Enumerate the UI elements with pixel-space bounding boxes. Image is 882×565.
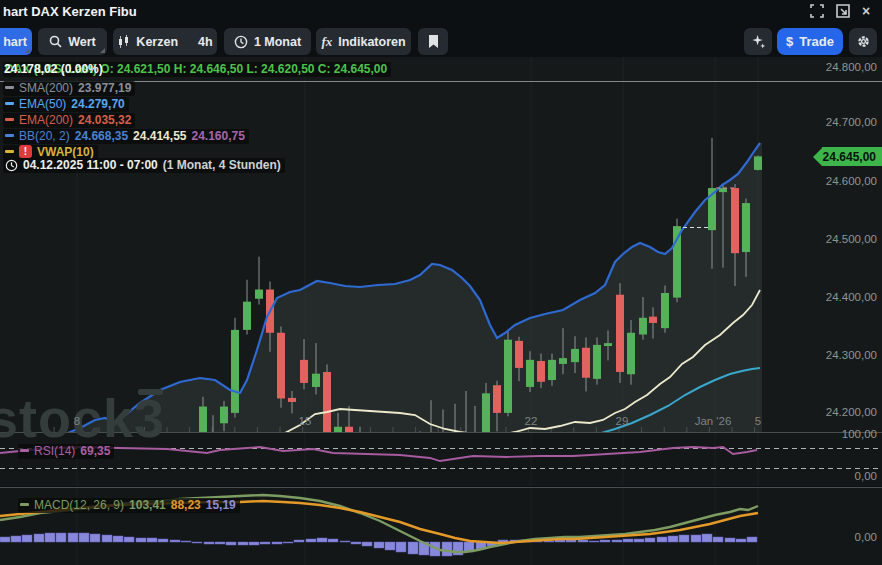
candle-down[interactable] xyxy=(649,317,657,323)
candle-down[interactable] xyxy=(731,188,739,253)
candle-up[interactable] xyxy=(243,302,251,330)
time-axis-label: 8 xyxy=(74,415,80,427)
indicator-row-bb[interactable]: BB(20, 2) 24.668,35 24.414,55 24.160,75 xyxy=(3,126,563,139)
candle-up[interactable] xyxy=(639,318,647,335)
price-axis-label: 24.400,00 xyxy=(826,291,877,303)
ema50-swatch xyxy=(5,102,14,105)
candle-up[interactable] xyxy=(593,345,601,379)
candle-down[interactable] xyxy=(493,385,501,413)
settings-button[interactable] xyxy=(849,28,877,55)
last-price-value: 24.645,00 xyxy=(822,147,882,166)
interval-button[interactable]: 4h xyxy=(188,28,223,55)
candle-down[interactable] xyxy=(616,295,624,372)
trade-button[interactable]: $ Trade xyxy=(777,28,843,55)
rsi-label: RSI(14) xyxy=(34,444,75,458)
indicator-row-ema50[interactable]: EMA(50) 24.279,70 xyxy=(3,94,563,107)
macd-histogram-bar xyxy=(158,539,168,542)
macd-histogram-bar xyxy=(22,535,32,542)
range-label: 1 Monat xyxy=(254,35,301,49)
symbol-search-button[interactable]: Wert xyxy=(38,28,107,55)
candle-up[interactable] xyxy=(754,156,762,170)
macd-histogram-bar xyxy=(600,540,610,542)
chart-type-interval-group: Kerzen 4h xyxy=(113,28,217,55)
candle-up[interactable] xyxy=(627,333,635,375)
rsi-legend-row[interactable]: RSI(14) 69,35 xyxy=(18,441,114,459)
indicators-button[interactable]: fx Indikatoren xyxy=(316,28,411,55)
macd-histogram-bar xyxy=(645,538,655,542)
candle-down[interactable] xyxy=(582,348,590,378)
candle-up[interactable] xyxy=(604,343,612,346)
candle-up[interactable] xyxy=(231,330,239,413)
fx-icon: fx xyxy=(321,34,332,50)
warning-icon[interactable]: ! xyxy=(19,145,32,158)
macd-histogram-bar xyxy=(340,541,350,542)
time-axis-label: 5 xyxy=(755,415,761,427)
candle-up[interactable] xyxy=(199,407,207,432)
range-button[interactable]: 1 Monat xyxy=(224,28,311,55)
candle-up[interactable] xyxy=(742,203,750,252)
fullscreen-icon[interactable] xyxy=(810,4,824,18)
macd-histogram-bar xyxy=(260,542,270,544)
macd-histogram-bar xyxy=(351,542,361,544)
macd-histogram-bar xyxy=(668,536,678,542)
candle-down[interactable] xyxy=(300,360,308,383)
macd-histogram-bar xyxy=(181,541,191,542)
macd-histogram-bar xyxy=(215,542,225,544)
macd-histogram-bar xyxy=(702,534,712,542)
macd-swatch xyxy=(20,503,29,506)
macd-histogram-bar xyxy=(192,542,202,543)
chart-type-button[interactable]: Kerzen xyxy=(107,28,188,55)
candle-up[interactable] xyxy=(559,358,567,364)
candle-down[interactable] xyxy=(537,361,545,382)
macd-histogram-bar xyxy=(0,537,10,542)
macd-legend-row[interactable]: MACD(12, 26, 9) 103,41 88,23 15,19 xyxy=(18,495,240,513)
chart-tab-label: hart xyxy=(3,35,27,49)
candle-up[interactable] xyxy=(312,374,320,387)
candle-up[interactable] xyxy=(482,393,490,433)
chart-tab-button[interactable]: hart xyxy=(0,28,32,55)
indicator-row-vwap[interactable]: ! VWAP(10) xyxy=(3,142,563,155)
candle-up[interactable] xyxy=(661,293,669,328)
macd-histogram-bar xyxy=(124,537,134,542)
bb-lower-value: 24.160,75 xyxy=(191,129,244,143)
macd-histogram-bar xyxy=(56,533,66,542)
price-axis-label: 24.500,00 xyxy=(826,233,877,245)
badge-arrow xyxy=(813,148,822,166)
candle-down[interactable] xyxy=(277,333,285,399)
popout-icon[interactable] xyxy=(836,4,850,18)
price-axis-label: 24.800,00 xyxy=(826,61,877,73)
macd-histogram-bar xyxy=(362,542,372,546)
candle-down[interactable] xyxy=(515,341,523,368)
clock-icon xyxy=(5,159,18,172)
price-change-overlay: 24.178,02 (0.00%) xyxy=(4,62,103,76)
symbol-legend-row[interactable]: DAX (L&S, Last) O: 24.621,50 H: 24.646,5… xyxy=(3,62,563,75)
macd-histogram-bar xyxy=(657,537,667,542)
ai-assistant-button[interactable] xyxy=(744,28,772,55)
macd-histogram-bar xyxy=(328,539,338,542)
ema200-swatch xyxy=(5,118,14,121)
candle-up[interactable] xyxy=(504,340,512,413)
candle-up[interactable] xyxy=(255,290,263,299)
rsi-swatch xyxy=(20,449,29,452)
indicator-row-sma200[interactable]: SMA(200) 23.977,19 xyxy=(3,78,563,91)
candle-down[interactable] xyxy=(288,398,296,402)
indicator-row-ema200[interactable]: EMA(200) 24.035,32 xyxy=(3,110,563,123)
macd-histogram-bar xyxy=(113,536,123,542)
candle-up[interactable] xyxy=(220,407,228,424)
vwap-swatch xyxy=(5,150,14,153)
macd-histogram-bar xyxy=(385,542,395,550)
macd-histogram-bar xyxy=(623,539,633,542)
candle-up[interactable] xyxy=(548,360,556,380)
rsi-axis-100: 100,00 xyxy=(842,428,877,440)
sparkle-icon xyxy=(751,34,766,49)
candle-up[interactable] xyxy=(526,360,534,387)
close-icon[interactable]: × xyxy=(862,4,876,18)
macd-histogram-bar xyxy=(566,540,576,542)
candle-up[interactable] xyxy=(571,349,579,362)
macd-histogram-bar xyxy=(204,542,214,544)
candle-down[interactable] xyxy=(323,372,331,433)
macd-histogram-bar xyxy=(442,542,452,556)
candle-up[interactable] xyxy=(719,188,727,192)
templates-button[interactable] xyxy=(418,28,448,55)
macd-histogram-bar xyxy=(90,534,100,542)
